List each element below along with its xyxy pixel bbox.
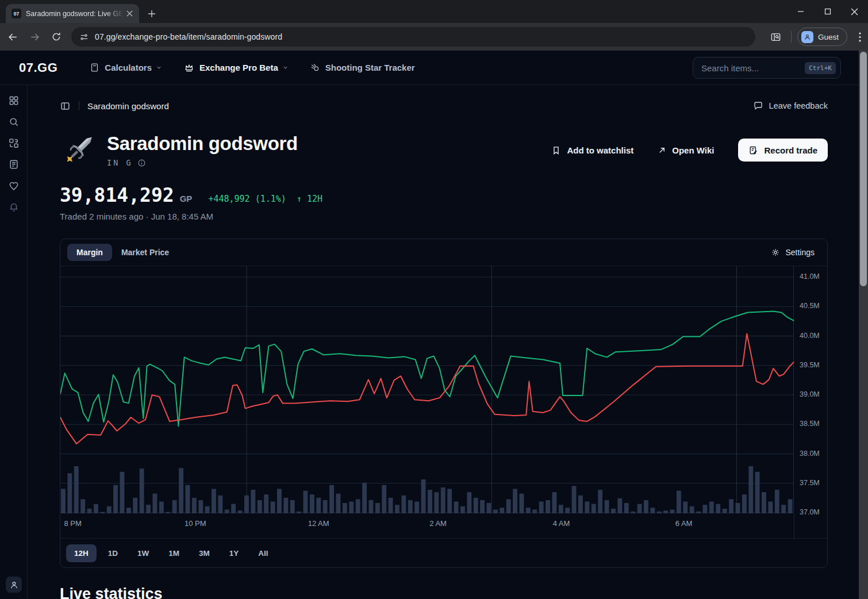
crown-icon <box>184 63 194 73</box>
chevron-down-icon <box>156 64 162 71</box>
page: 07.GG Calculators Exchange Pro Beta <box>0 51 868 599</box>
comet-icon <box>310 63 320 72</box>
tab-close-icon[interactable] <box>124 9 135 19</box>
browser-tab[interactable]: 07 Saradomin godsword: Live GE P <box>6 4 139 23</box>
x-axis-tick: 2 AM <box>429 519 447 528</box>
y-axis-tick: 40.5M <box>800 302 820 310</box>
range-button-1m[interactable]: 1M <box>160 544 187 562</box>
search-input[interactable]: Search items... Ctrl+K <box>693 57 841 79</box>
page-scrollbar[interactable] <box>859 51 868 599</box>
live-statistics-title: Live statistics <box>60 585 828 599</box>
record-trade-label: Record trade <box>764 145 817 155</box>
calculator-icon <box>90 63 99 72</box>
site-info-icon[interactable] <box>79 32 89 42</box>
price-change: +448,992 (1.1%) ↑ 12H <box>208 194 322 204</box>
new-tab-button[interactable] <box>145 7 159 21</box>
url-text: 07.gg/exchange-pro-beta/item/saradomin-g… <box>95 32 282 41</box>
browser-toolbar: 07.gg/exchange-pro-beta/item/saradomin-g… <box>0 23 868 51</box>
back-button[interactable] <box>3 28 22 46</box>
x-axis-tick: 8 PM <box>64 519 81 528</box>
nav-calculators-label: Calculators <box>105 63 152 72</box>
open-wiki-button[interactable]: Open Wiki <box>658 145 714 155</box>
sidebar-profile-icon[interactable] <box>6 577 22 593</box>
y-axis-tick: 37.5M <box>800 479 820 487</box>
sidebar-notifications-bell-icon[interactable] <box>7 200 21 214</box>
y-axis-tick: 38.5M <box>800 420 820 428</box>
x-axis-tick: 4 AM <box>553 519 570 528</box>
nav-star-label: Shooting Star Tracker <box>325 63 415 72</box>
nav-exchange-pro-beta[interactable]: Exchange Pro Beta <box>184 63 289 73</box>
x-axis-labels: 8 PM10 PM12 AM2 AM4 AM6 AM <box>60 513 827 539</box>
y-axis-tick: 41.0M <box>800 272 820 281</box>
sidebar-news-icon[interactable] <box>7 158 21 171</box>
arrow-up-right-icon <box>658 146 666 155</box>
left-sidebar <box>0 85 28 599</box>
price-trend: ↑ 12H <box>297 194 322 204</box>
time-range-selector: 12H1D1W1M3M1YAll <box>60 539 827 567</box>
range-button-1y[interactable]: 1Y <box>221 544 247 562</box>
x-axis-tick: 6 AM <box>675 519 693 528</box>
settings-label: Settings <box>785 248 815 257</box>
sidebar-search-icon[interactable] <box>7 115 21 129</box>
y-axis-tick: 40.0M <box>800 332 820 340</box>
forward-button[interactable] <box>25 28 44 46</box>
breadcrumb-current: Saradomin godsword <box>87 101 169 111</box>
last-traded-text: Traded 2 minutes ago · Jun 18, 8:45 AM <box>60 212 828 221</box>
site-favicon: 07 <box>11 9 21 18</box>
range-button-3m[interactable]: 3M <box>191 544 218 562</box>
y-axis-tick: 39.0M <box>800 390 820 398</box>
site-logo[interactable]: 07.GG <box>19 60 57 75</box>
feedback-label: Leave feedback <box>769 101 828 110</box>
range-button-12h[interactable]: 12H <box>66 544 97 562</box>
range-button-1w[interactable]: 1W <box>129 544 157 562</box>
search-placeholder: Search items... <box>701 63 805 73</box>
sidebar-dashboard-grid-icon[interactable] <box>7 94 21 107</box>
range-button-1d[interactable]: 1D <box>100 544 126 562</box>
panel-toggle-icon[interactable] <box>60 101 71 112</box>
browser-tab-strip: 07 Saradomin godsword: Live GE P <box>0 0 868 23</box>
tab-title: Saradomin godsword: Live GE P <box>26 10 124 18</box>
window-minimize-button[interactable] <box>787 0 814 23</box>
wiki-label: Open Wiki <box>672 145 714 155</box>
window-close-button[interactable] <box>841 0 868 23</box>
y-axis-labels: 41.0M40.5M40.0M39.5M39.0M38.5M38.0M37.5M… <box>794 266 827 513</box>
item-image-saradomin-godsword <box>60 131 98 169</box>
tab-market-price[interactable]: Market Price <box>112 244 178 261</box>
guest-label: Guest <box>818 33 839 41</box>
window-maximize-button[interactable] <box>814 0 841 23</box>
price-chart-plot[interactable] <box>60 266 794 513</box>
side-panel-search-icon[interactable] <box>767 28 785 46</box>
nav-exchange-label: Exchange Pro Beta <box>199 63 278 72</box>
guest-avatar-icon <box>801 31 813 43</box>
info-icon[interactable] <box>137 159 146 167</box>
chevron-down-icon <box>282 64 289 71</box>
x-axis-tick: 10 PM <box>185 519 206 528</box>
y-axis-tick: 38.0M <box>800 450 820 458</box>
profile-button[interactable]: Guest <box>797 28 847 46</box>
scrollbar-thumb[interactable] <box>860 52 867 286</box>
reload-button[interactable] <box>47 28 66 46</box>
chart-settings-button[interactable]: Settings <box>771 248 820 257</box>
price-currency: GP <box>180 194 193 203</box>
url-bar[interactable]: 07.gg/exchange-pro-beta/item/saradomin-g… <box>71 27 755 47</box>
leave-feedback-button[interactable]: Leave feedback <box>753 101 828 111</box>
record-trade-button[interactable]: Record trade <box>738 139 828 162</box>
x-axis-tick: 12 AM <box>308 519 329 528</box>
nav-calculators[interactable]: Calculators <box>90 63 162 72</box>
record-memo-icon <box>748 145 758 155</box>
range-button-all[interactable]: All <box>250 544 276 562</box>
tab-margin[interactable]: Margin <box>67 244 112 261</box>
sidebar-watchlist-heart-icon[interactable] <box>7 179 21 193</box>
watchlist-label: Add to watchlist <box>567 145 633 155</box>
breadcrumb-divider <box>79 101 79 110</box>
add-to-watchlist-button[interactable]: Add to watchlist <box>551 145 633 155</box>
site-header: 07.GG Calculators Exchange Pro Beta <box>0 51 868 85</box>
browser-menu-icon[interactable] <box>852 29 868 45</box>
toolbar-separator <box>791 31 792 43</box>
nav-shooting-star-tracker[interactable]: Shooting Star Tracker <box>310 63 415 72</box>
chart-card: Margin Market Price Settings 41.0M40.5M4… <box>60 239 828 568</box>
sidebar-compare-items-icon[interactable] <box>7 136 21 150</box>
bookmark-icon <box>551 145 561 155</box>
y-axis-tick: 39.5M <box>800 361 820 369</box>
gear-icon <box>771 248 780 257</box>
